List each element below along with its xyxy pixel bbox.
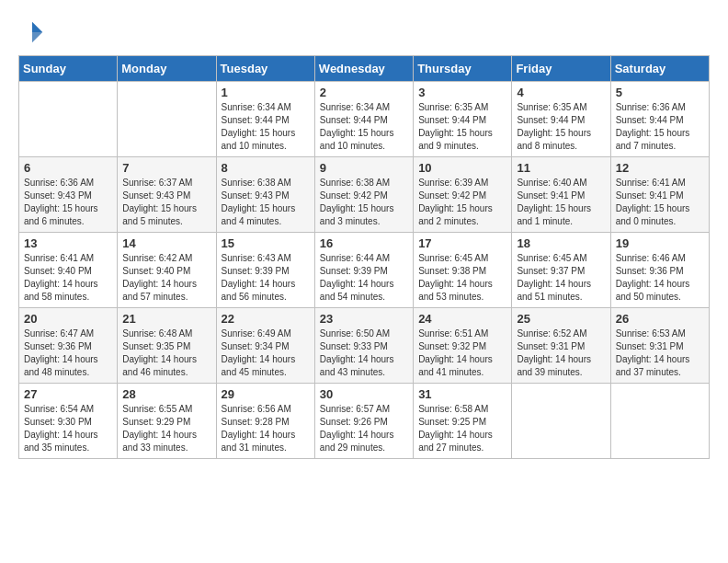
calendar-cell: 8Sunrise: 6:38 AM Sunset: 9:43 PM Daylig… (216, 157, 314, 233)
day-number: 1 (222, 86, 310, 99)
calendar-cell: 22Sunrise: 6:49 AM Sunset: 9:34 PM Dayli… (216, 308, 314, 384)
weekday-header: Saturday (610, 56, 709, 82)
calendar-cell (118, 82, 216, 157)
day-info: Sunrise: 6:46 AM Sunset: 9:36 PM Dayligh… (616, 252, 704, 304)
day-number: 3 (418, 86, 506, 99)
calendar-cell: 2Sunrise: 6:34 AM Sunset: 9:44 PM Daylig… (314, 82, 413, 157)
calendar-week-row: 6Sunrise: 6:36 AM Sunset: 9:43 PM Daylig… (19, 157, 710, 233)
calendar-cell: 15Sunrise: 6:43 AM Sunset: 9:39 PM Dayli… (216, 233, 314, 308)
day-number: 21 (122, 312, 210, 326)
day-info: Sunrise: 6:53 AM Sunset: 9:31 PM Dayligh… (616, 327, 704, 379)
day-info: Sunrise: 6:37 AM Sunset: 9:43 PM Dayligh… (122, 177, 210, 228)
day-number: 15 (222, 236, 310, 250)
svg-marker-0 (32, 22, 42, 32)
day-number: 29 (222, 387, 310, 401)
day-number: 13 (24, 236, 112, 250)
day-info: Sunrise: 6:39 AM Sunset: 9:42 PM Dayligh… (418, 177, 506, 228)
day-number: 26 (616, 312, 704, 326)
weekday-header: Friday (512, 56, 610, 82)
day-info: Sunrise: 6:40 AM Sunset: 9:41 PM Dayligh… (517, 177, 605, 228)
day-number: 18 (517, 236, 605, 250)
calendar-cell: 1Sunrise: 6:34 AM Sunset: 9:44 PM Daylig… (216, 82, 314, 157)
page-header (18, 18, 710, 46)
calendar-week-row: 20Sunrise: 6:47 AM Sunset: 9:36 PM Dayli… (19, 308, 710, 384)
day-number: 11 (517, 161, 605, 175)
day-number: 23 (320, 312, 408, 326)
day-info: Sunrise: 6:49 AM Sunset: 9:34 PM Dayligh… (222, 327, 310, 379)
logo-icon (18, 18, 46, 46)
day-info: Sunrise: 6:45 AM Sunset: 9:37 PM Dayligh… (517, 252, 605, 304)
day-info: Sunrise: 6:35 AM Sunset: 9:44 PM Dayligh… (418, 101, 506, 153)
calendar-cell: 14Sunrise: 6:42 AM Sunset: 9:40 PM Dayli… (118, 233, 216, 308)
calendar-cell: 18Sunrise: 6:45 AM Sunset: 9:37 PM Dayli… (512, 233, 610, 308)
weekday-header: Thursday (414, 56, 512, 82)
day-info: Sunrise: 6:41 AM Sunset: 9:40 PM Dayligh… (24, 252, 112, 304)
calendar-cell: 26Sunrise: 6:53 AM Sunset: 9:31 PM Dayli… (610, 308, 709, 384)
day-number: 27 (24, 387, 112, 401)
day-info: Sunrise: 6:47 AM Sunset: 9:36 PM Dayligh… (24, 327, 112, 379)
day-info: Sunrise: 6:43 AM Sunset: 9:39 PM Dayligh… (222, 252, 310, 304)
day-number: 22 (222, 312, 310, 326)
day-info: Sunrise: 6:56 AM Sunset: 9:28 PM Dayligh… (222, 403, 310, 454)
calendar-cell (512, 384, 610, 459)
calendar-cell: 30Sunrise: 6:57 AM Sunset: 9:26 PM Dayli… (314, 384, 413, 459)
day-info: Sunrise: 6:51 AM Sunset: 9:32 PM Dayligh… (418, 327, 506, 379)
calendar-cell: 16Sunrise: 6:44 AM Sunset: 9:39 PM Dayli… (314, 233, 413, 308)
day-info: Sunrise: 6:38 AM Sunset: 9:42 PM Dayligh… (320, 177, 408, 228)
calendar-cell: 13Sunrise: 6:41 AM Sunset: 9:40 PM Dayli… (19, 233, 118, 308)
calendar-cell: 7Sunrise: 6:37 AM Sunset: 9:43 PM Daylig… (118, 157, 216, 233)
calendar-cell: 10Sunrise: 6:39 AM Sunset: 9:42 PM Dayli… (414, 157, 512, 233)
weekday-header: Wednesday (314, 56, 413, 82)
weekday-header: Tuesday (216, 56, 314, 82)
day-info: Sunrise: 6:58 AM Sunset: 9:25 PM Dayligh… (418, 403, 506, 454)
calendar-cell: 5Sunrise: 6:36 AM Sunset: 9:44 PM Daylig… (610, 82, 709, 157)
calendar-cell: 31Sunrise: 6:58 AM Sunset: 9:25 PM Dayli… (414, 384, 512, 459)
weekday-header: Monday (118, 56, 216, 82)
day-info: Sunrise: 6:42 AM Sunset: 9:40 PM Dayligh… (122, 252, 210, 304)
svg-marker-1 (32, 32, 42, 42)
calendar-cell: 4Sunrise: 6:35 AM Sunset: 9:44 PM Daylig… (512, 82, 610, 157)
day-info: Sunrise: 6:36 AM Sunset: 9:43 PM Dayligh… (24, 177, 112, 228)
day-info: Sunrise: 6:41 AM Sunset: 9:41 PM Dayligh… (616, 177, 704, 228)
day-number: 25 (517, 312, 605, 326)
calendar-cell: 29Sunrise: 6:56 AM Sunset: 9:28 PM Dayli… (216, 384, 314, 459)
day-info: Sunrise: 6:38 AM Sunset: 9:43 PM Dayligh… (222, 177, 310, 228)
calendar-week-row: 13Sunrise: 6:41 AM Sunset: 9:40 PM Dayli… (19, 233, 710, 308)
day-info: Sunrise: 6:35 AM Sunset: 9:44 PM Dayligh… (517, 101, 605, 153)
day-info: Sunrise: 6:34 AM Sunset: 9:44 PM Dayligh… (320, 101, 408, 153)
calendar-cell (610, 384, 709, 459)
day-number: 10 (418, 161, 506, 175)
day-number: 24 (418, 312, 506, 326)
day-number: 19 (616, 236, 704, 250)
calendar-cell: 6Sunrise: 6:36 AM Sunset: 9:43 PM Daylig… (19, 157, 118, 233)
day-info: Sunrise: 6:45 AM Sunset: 9:38 PM Dayligh… (418, 252, 506, 304)
calendar-week-row: 1Sunrise: 6:34 AM Sunset: 9:44 PM Daylig… (19, 82, 710, 157)
day-info: Sunrise: 6:34 AM Sunset: 9:44 PM Dayligh… (222, 101, 310, 153)
day-info: Sunrise: 6:55 AM Sunset: 9:29 PM Dayligh… (122, 403, 210, 454)
calendar-table: SundayMondayTuesdayWednesdayThursdayFrid… (18, 55, 710, 459)
day-number: 8 (222, 161, 310, 175)
calendar-cell: 20Sunrise: 6:47 AM Sunset: 9:36 PM Dayli… (19, 308, 118, 384)
calendar-cell: 3Sunrise: 6:35 AM Sunset: 9:44 PM Daylig… (414, 82, 512, 157)
weekday-header: Sunday (19, 56, 118, 82)
day-number: 4 (517, 86, 605, 99)
calendar-cell: 11Sunrise: 6:40 AM Sunset: 9:41 PM Dayli… (512, 157, 610, 233)
day-number: 12 (616, 161, 704, 175)
calendar-cell: 27Sunrise: 6:54 AM Sunset: 9:30 PM Dayli… (19, 384, 118, 459)
day-info: Sunrise: 6:54 AM Sunset: 9:30 PM Dayligh… (24, 403, 112, 454)
day-number: 14 (122, 236, 210, 250)
calendar-cell (19, 82, 118, 157)
day-number: 30 (320, 387, 408, 401)
day-number: 16 (320, 236, 408, 250)
weekday-header-row: SundayMondayTuesdayWednesdayThursdayFrid… (19, 56, 710, 82)
logo (18, 18, 50, 46)
day-number: 7 (122, 161, 210, 175)
day-number: 5 (616, 86, 704, 99)
day-info: Sunrise: 6:44 AM Sunset: 9:39 PM Dayligh… (320, 252, 408, 304)
day-info: Sunrise: 6:48 AM Sunset: 9:35 PM Dayligh… (122, 327, 210, 379)
calendar-cell: 28Sunrise: 6:55 AM Sunset: 9:29 PM Dayli… (118, 384, 216, 459)
day-info: Sunrise: 6:50 AM Sunset: 9:33 PM Dayligh… (320, 327, 408, 379)
day-number: 20 (24, 312, 112, 326)
day-number: 6 (24, 161, 112, 175)
day-number: 9 (320, 161, 408, 175)
